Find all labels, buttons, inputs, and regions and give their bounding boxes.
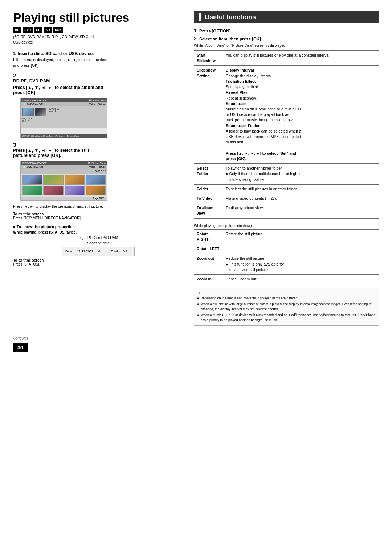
row-label-rotate-left: Rotate LEFT	[194, 244, 223, 254]
nav1-header-right: 🖼 Album View	[89, 99, 106, 102]
table-row-folder: Folder To select the still pictures in a…	[194, 184, 379, 194]
table-row-rotate-left: Rotate LEFT	[194, 244, 379, 254]
row-content-zoom-out: Reduce the still picture. ● This functio…	[223, 254, 379, 275]
pv-cell-1	[22, 175, 42, 185]
sub-display-interval-text: Change the display interval.	[226, 74, 273, 78]
disc-info: (BD-RE, DVD-RAM/-R/-R DL, CD-R/RW, SD Ca…	[13, 34, 184, 45]
pv-view-tabs: Video | Picture	[89, 166, 106, 168]
page-footer: VQT2W23	[13, 337, 379, 340]
step2-subtitle: Press [▲, ▼, ◄, ►] to select the album a…	[13, 85, 184, 95]
badge-bd: BD	[13, 27, 21, 33]
shooting-date-box: Date 11.12.2007 ↵ Total 3/9	[62, 247, 135, 256]
show-props-heading: To show the picture properties	[13, 224, 184, 229]
label-start: StartSlideshow	[197, 53, 216, 63]
row-label-zoom-in: Zoom in	[194, 275, 223, 284]
nav1-date: 2006 5 12free 13	[49, 108, 59, 113]
page-number-box: 30	[13, 343, 28, 352]
pv-disc-icon: 💿	[22, 166, 25, 169]
right-step-2: 2 Select an item, then press [OK].	[194, 36, 379, 41]
sub-transition-effect-text: Set display method.	[226, 85, 259, 89]
pv-footer-options: OPTION ← Play ←→ RETURN	[22, 200, 53, 201]
pv-date-row: 2006 5 12	[21, 169, 107, 174]
table-row-rotate-right: RotateRIGHT Rotate the still picture.	[194, 229, 379, 244]
nav1-info: BB, DVDDate 8	[22, 117, 46, 122]
row-content-zoom-in: Cancel "Zoom out".	[223, 275, 379, 284]
total-value: 3/9	[123, 250, 131, 253]
row-label-slideshow-setting: SlideshowSetting	[194, 66, 223, 164]
left-column: Playing still pictures BD DVD CD SD USB …	[13, 11, 184, 266]
rotate-right-bold: RIGHT	[197, 237, 209, 242]
step3-title: Press [▲, ▼, ◄, ►] to select the stillpi…	[13, 148, 184, 158]
nav1-header: DIRECT NAVIGATOR 🖼 Album View	[21, 98, 107, 102]
function-table: StartSlideshow You can display still pic…	[194, 50, 379, 219]
step1-num: 1	[13, 50, 16, 56]
arrow-note: Press [◄, ►] to display the previous or …	[13, 204, 184, 208]
table-row-select-folder: SelectFolder To switch to another higher…	[194, 164, 379, 185]
notes-box: Depending on the media and contents, dis…	[194, 288, 379, 326]
row-content-select-folder: To switch to another higher folder. ● On…	[223, 164, 379, 185]
step-2: 2 BD-RE, DVD-RAM Press [▲, ▼, ◄, ►] to s…	[13, 72, 184, 138]
sub-press-ok: Press [▲, ▼, ◄, ►] to select "Set" andpr…	[226, 151, 296, 161]
sub-transition-effect: Transition Effect	[226, 79, 256, 84]
right-step1-title: Press [OPTION].	[199, 29, 232, 33]
pv-label: DVD-RAM/VR	[27, 166, 43, 168]
row-label-zoom-out: Zoom out	[194, 254, 223, 275]
step-1: 1Insert a disc, SD card or USB device. I…	[13, 50, 184, 69]
exit1-title: To exit the screen	[13, 212, 184, 216]
badge-cd: CD	[34, 27, 42, 33]
while-playing-label: While playing, press [STATUS] twice.	[13, 230, 184, 234]
date-value: 11.12.2007	[77, 250, 93, 253]
sub-soundtrack-folder-text: A folder to play back can be selected wh…	[226, 129, 301, 144]
pv-cell-5	[22, 186, 42, 195]
pv-header: DIRECT NAVIGATOR 🖼 Picture View	[21, 161, 107, 165]
pv-footer: OPTION ← Play ←→ RETURN	[21, 200, 107, 201]
nav1-view-tabs: Video | Picture	[89, 103, 106, 105]
step2-num: 2	[13, 72, 16, 78]
pv-cell-6	[43, 186, 63, 195]
pv-cell-4	[86, 175, 106, 185]
step1-title: Insert a disc, SD card or USB device.	[17, 51, 94, 56]
pv-cell-7	[65, 186, 85, 195]
pv-header-right: 🖼 Picture View	[88, 162, 106, 165]
row-content-slideshow-setting: Display Interval Change the display inte…	[223, 66, 379, 164]
exit1-section: To exit the screen Press [TOP MENU/DIREC…	[13, 212, 184, 220]
row-label-folder: Folder	[194, 184, 223, 194]
row-content-rotate-left	[223, 244, 379, 254]
table-row-start-slideshow: StartSlideshow You can display still pic…	[194, 51, 379, 66]
table-row-slideshow-setting: SlideshowSetting Display Interval Change…	[194, 66, 379, 164]
row-content-start-slideshow: You can display still pictures one by on…	[223, 51, 379, 66]
note-item-1: Depending on the media and contents, dis…	[197, 296, 376, 301]
footer-code: VQT2W23	[13, 337, 28, 340]
exit2-title: To exit the screen	[13, 258, 184, 262]
pv-cell-8	[86, 186, 106, 195]
sub-display-interval: Display Interval	[226, 68, 254, 72]
step1-body: If the menu is displayed, press [▲, ▼] t…	[13, 57, 184, 69]
while-display-note: While "Album View" or "Picture View" scr…	[194, 44, 379, 48]
sub-repeat-play: Repeat Play	[226, 90, 248, 94]
exit2-body: Press [STATUS].	[13, 262, 184, 266]
step2-title: BD-RE, DVD-RAM	[13, 78, 184, 84]
useful-functions-title: Useful functions	[205, 13, 256, 21]
step3-num: 3	[13, 142, 16, 148]
select-folder-indent: folders recognizable.	[229, 177, 265, 182]
date-label: Date	[65, 250, 74, 253]
exit1-body: Press [TOP MENU/DIRECT NAVIGATOR].	[13, 216, 184, 220]
navigator-box-1: DIRECT NAVIGATOR 🖼 Album View 💿 DVD-RAM/…	[20, 98, 107, 138]
table-row-to-album: To albumview To display album view.	[194, 203, 379, 218]
page-layout: Playing still pictures BD DVD CD SD USB …	[13, 11, 379, 326]
row-label-to-video: To Video	[194, 194, 223, 203]
page-number-area: 30	[13, 343, 379, 352]
nav-thumb-2	[35, 108, 46, 116]
row-content-rotate-right: Rotate the still picture.	[223, 229, 379, 244]
sub-repeat-play-text: Repeat slideshow.	[226, 96, 257, 100]
row-label-select-folder: SelectFolder	[194, 164, 223, 185]
page-title: Playing still pictures	[13, 11, 184, 24]
pv-grid	[21, 174, 107, 197]
nav-thumb-1	[22, 108, 34, 116]
useful-functions-header: Useful functions	[194, 11, 379, 23]
row-content-to-video: Playing video contents (⇨ 27).	[223, 194, 379, 203]
right-step1-num: 1	[194, 28, 197, 33]
row-label-to-album: To albumview	[194, 203, 223, 218]
pv-cell-3	[65, 175, 85, 185]
badge-dvd: DVD	[23, 27, 33, 33]
